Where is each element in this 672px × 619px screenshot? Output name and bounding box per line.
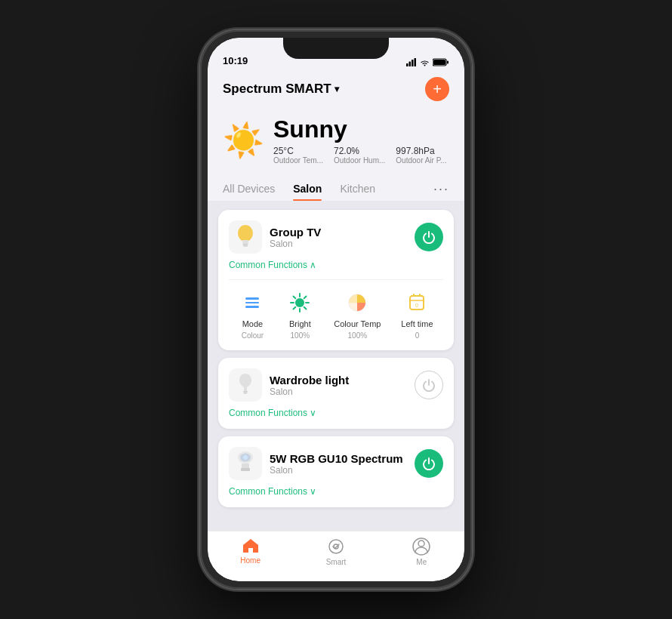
left-time-label: Left time (401, 319, 433, 328)
svg-line-16 (294, 297, 296, 299)
home-icon (242, 537, 260, 554)
function-mode[interactable]: Mode Colour (239, 289, 266, 340)
svg-point-35 (418, 540, 424, 547)
device-card-group-tv: Group TV Salon Common Functions ∧ (218, 210, 454, 350)
tab-all-devices[interactable]: All Devices (223, 177, 275, 201)
device-header-group-tv: Group TV Salon (229, 220, 443, 254)
svg-rect-10 (243, 245, 248, 247)
mode-icon (245, 297, 259, 308)
device-header-wardrobe: Wardrobe light Salon (229, 368, 443, 402)
wardrobe-bulb-icon (235, 371, 256, 399)
me-icon (412, 537, 430, 556)
svg-line-19 (294, 307, 296, 310)
common-functions-rgb-gu10[interactable]: Common Functions ∨ (229, 486, 443, 497)
svg-line-18 (304, 297, 307, 299)
power-button-group-tv[interactable] (415, 223, 443, 251)
humidity-label: Outdoor Hum... (334, 156, 385, 165)
function-controls-group-tv: Mode Colour (229, 279, 443, 340)
svg-rect-7 (447, 61, 449, 64)
pressure-value: 997.8hPa (396, 146, 446, 156)
mode-value: Colour (242, 331, 264, 340)
svg-rect-30 (241, 468, 250, 471)
phone-inner: 10:19 (208, 38, 464, 581)
device-icon-wardrobe (229, 368, 262, 402)
svg-rect-2 (412, 60, 414, 66)
device-info-wardrobe: Wardrobe light Salon (270, 374, 407, 397)
svg-rect-9 (243, 244, 248, 245)
bright-icon-wrap (286, 289, 313, 316)
device-info-group-tv: Group TV Salon (270, 226, 407, 249)
colour-temp-icon-wrap (344, 289, 371, 316)
nav-me[interactable]: Me (379, 537, 464, 566)
power-button-rgb-gu10[interactable] (415, 449, 443, 478)
humidity-stat: 72.0% Outdoor Hum... (334, 146, 385, 165)
mode-label: Mode (242, 319, 264, 328)
status-time: 10:19 (223, 55, 248, 66)
weather-section: ☀️ Sunny 25°C Outdoor Tem... 72.0% Outdo… (208, 107, 464, 177)
mode-icon-wrap (239, 289, 266, 316)
content-area: Group TV Salon Common Functions ∧ (208, 201, 464, 531)
pressure-stat: 997.8hPa Outdoor Air P... (396, 146, 446, 165)
bright-icon (289, 292, 310, 313)
device-icon-group-tv (229, 220, 262, 254)
common-functions-wardrobe[interactable]: Common Functions ∨ (229, 408, 443, 418)
device-location-wardrobe: Salon (270, 386, 407, 397)
svg-line-17 (304, 307, 307, 310)
power-icon-group-tv (422, 230, 436, 244)
svg-point-11 (295, 298, 304, 307)
tab-salon[interactable]: Salon (293, 177, 322, 201)
svg-rect-1 (409, 62, 412, 67)
device-header-rgb-gu10: 5W RGB GU10 Spectrum Salon (229, 447, 443, 480)
function-bright[interactable]: Bright 100% (286, 289, 313, 340)
pressure-label: Outdoor Air P... (396, 156, 446, 165)
signal-icon (406, 58, 417, 66)
power-icon-rgb-gu10 (422, 457, 436, 470)
weather-stats: 25°C Outdoor Tem... 72.0% Outdoor Hum...… (273, 146, 449, 165)
device-info-rgb-gu10: 5W RGB GU10 Spectrum Salon (270, 452, 407, 476)
device-card-wardrobe: Wardrobe light Salon Common Functions ∨ (218, 358, 454, 429)
power-button-wardrobe[interactable] (415, 371, 443, 399)
device-location-group-tv: Salon (270, 239, 407, 249)
common-functions-group-tv[interactable]: Common Functions ∧ (229, 260, 443, 270)
colour-temp-label: Colour Temp (334, 319, 381, 328)
header-title[interactable]: Spectrum SMART ▾ (223, 82, 339, 97)
phone-screen: 10:19 (208, 38, 464, 581)
colour-temp-value: 100% (348, 331, 368, 340)
nav-smart[interactable]: Smart (293, 537, 378, 566)
app-title-text: Spectrum SMART (223, 82, 331, 97)
svg-rect-29 (242, 463, 249, 468)
bright-label: Bright (289, 319, 311, 328)
add-button[interactable]: + (425, 77, 449, 101)
weather-icon: ☀️ (223, 121, 264, 160)
wifi-icon (420, 59, 430, 66)
weather-condition: Sunny (273, 116, 449, 143)
left-time-value: 0 (415, 331, 420, 340)
weather-info: Sunny 25°C Outdoor Tem... 72.0% Outdoor … (273, 116, 449, 165)
phone-frame: 10:19 (200, 30, 472, 589)
bright-value: 100% (291, 331, 310, 340)
title-chevron-icon: ▾ (334, 84, 339, 94)
svg-rect-6 (433, 60, 445, 65)
app-header: Spectrum SMART ▾ + (208, 71, 464, 107)
device-location-rgb-gu10: Salon (270, 465, 407, 476)
nav-home[interactable]: Home (208, 537, 293, 566)
timer-icon-wrap: 0 (403, 289, 430, 316)
svg-point-4 (424, 64, 426, 66)
device-name-wardrobe: Wardrobe light (270, 374, 407, 386)
bottom-nav: Home Smart Me (208, 531, 464, 581)
function-colour-temp[interactable]: Colour Temp 100% (334, 289, 381, 340)
temperature-stat: 25°C Outdoor Tem... (273, 146, 323, 165)
device-name-rgb-gu10: 5W RGB GU10 Spectrum (270, 452, 407, 465)
svg-rect-27 (244, 393, 248, 394)
tabs-more-button[interactable]: ··· (433, 181, 449, 197)
svg-rect-26 (243, 391, 248, 393)
notch (283, 38, 389, 59)
device-icon-rgb-gu10 (229, 447, 262, 480)
temperature-label: Outdoor Tem... (273, 156, 323, 165)
function-left-time[interactable]: 0 Left time 0 (401, 289, 433, 340)
nav-smart-label: Smart (326, 558, 347, 566)
colour-temp-icon (347, 292, 368, 313)
tab-kitchen[interactable]: Kitchen (340, 177, 375, 201)
device-card-rgb-gu10: 5W RGB GU10 Spectrum Salon Common Functi… (218, 436, 454, 507)
svg-text:0: 0 (415, 303, 418, 308)
